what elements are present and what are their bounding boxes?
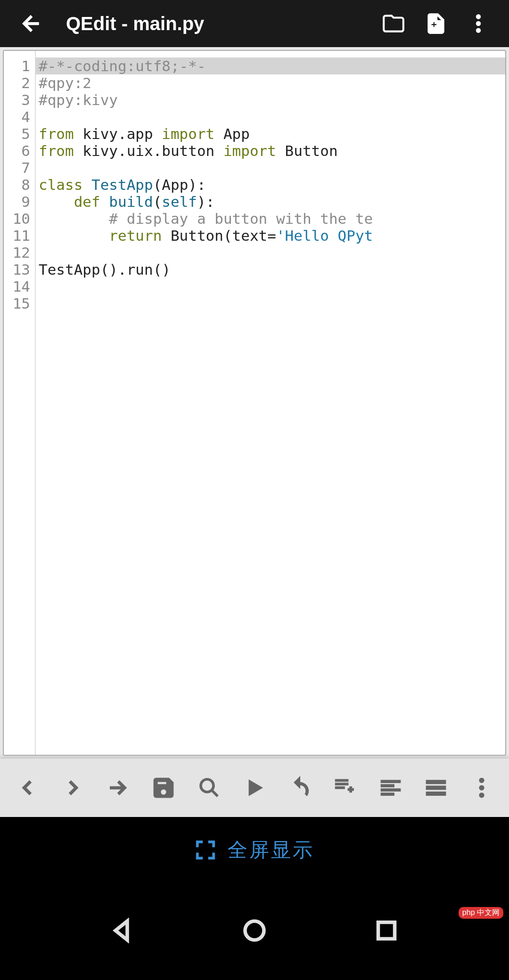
line-number: 7 (4, 159, 35, 176)
line-number: 5 (4, 125, 35, 142)
more-vert-icon (469, 775, 494, 800)
triangle-back-icon (108, 916, 137, 945)
line-number: 3 (4, 91, 35, 108)
svg-point-2 (476, 28, 480, 32)
code-line[interactable]: #qpy:kivy (39, 91, 505, 108)
search-button[interactable] (186, 759, 231, 817)
line-number: 10 (4, 210, 35, 227)
play-icon (242, 775, 267, 800)
line-number: 11 (4, 227, 35, 244)
line-number: 4 (4, 108, 35, 125)
nav-home-button[interactable] (240, 916, 269, 947)
line-number: 2 (4, 74, 35, 91)
app-title: QEdit - main.py (66, 13, 372, 34)
code-line[interactable] (39, 159, 505, 176)
code-line[interactable]: # display a button with the te (39, 210, 505, 227)
more-vert-icon (467, 12, 490, 35)
overflow-menu-button[interactable] (457, 2, 500, 45)
line-number: 8 (4, 176, 35, 193)
fullscreen-label: 全屏显示 (228, 837, 314, 863)
code-line[interactable]: TestApp().run() (39, 261, 505, 278)
circle-home-icon (240, 916, 269, 945)
code-line[interactable]: from kivy.app import App (39, 125, 505, 142)
nav-recent-button[interactable] (372, 916, 401, 947)
app-bar: QEdit - main.py (0, 0, 509, 47)
android-nav-bar (0, 883, 509, 980)
snippet-button[interactable] (323, 759, 368, 817)
fullscreen-icon (195, 839, 216, 861)
line-number: 15 (4, 295, 35, 312)
code-line[interactable]: class TestApp(App): (39, 176, 505, 193)
snippet-icon (333, 775, 358, 800)
line-number: 6 (4, 142, 35, 159)
format-button[interactable] (368, 759, 413, 817)
svg-point-0 (476, 15, 480, 18)
save-icon (151, 775, 176, 800)
code-line[interactable] (39, 278, 505, 295)
next-button[interactable] (50, 759, 95, 817)
more-button[interactable] (459, 759, 504, 817)
indent-button[interactable] (96, 759, 141, 817)
code-line[interactable]: def build(self): (39, 193, 505, 210)
editor-frame: 123456789101112131415 #-*-coding:utf8;-*… (3, 50, 506, 756)
svg-point-3 (201, 779, 213, 792)
line-number: 14 (4, 278, 35, 295)
save-button[interactable] (141, 759, 186, 817)
code-line[interactable]: #-*-coding:utf8;-*- (36, 57, 505, 74)
code-line[interactable] (39, 108, 505, 125)
align-left-icon (378, 775, 403, 800)
svg-point-7 (245, 921, 264, 940)
watermark: php 中文网 (459, 907, 503, 919)
svg-point-6 (479, 793, 484, 797)
editor-toolbar (0, 759, 509, 817)
fullscreen-bar[interactable]: 全屏显示 (0, 817, 509, 883)
undo-button[interactable] (277, 759, 322, 817)
square-recent-icon (372, 916, 401, 945)
line-number: 1 (4, 57, 35, 74)
arrow-left-icon (19, 12, 42, 35)
chevron-left-icon (15, 775, 40, 800)
nav-back-button[interactable] (108, 916, 137, 947)
sliders-icon (423, 775, 449, 800)
code-line[interactable]: #qpy:2 (39, 74, 505, 91)
file-plus-icon (424, 12, 448, 35)
svg-point-1 (476, 22, 480, 25)
code-line[interactable]: return Button(text='Hello QPyt (39, 227, 505, 244)
prev-button[interactable] (5, 759, 50, 817)
back-button[interactable] (9, 2, 52, 45)
open-folder-button[interactable] (372, 2, 415, 45)
line-number: 12 (4, 244, 35, 261)
code-line[interactable] (39, 295, 505, 312)
editor-area: 123456789101112131415 #-*-coding:utf8;-*… (0, 47, 509, 759)
folder-icon (382, 12, 405, 35)
svg-point-4 (479, 778, 484, 783)
arrow-right-icon (106, 775, 131, 800)
search-icon (197, 775, 222, 800)
new-file-button[interactable] (415, 2, 457, 45)
line-number: 13 (4, 261, 35, 278)
svg-point-5 (479, 786, 484, 790)
undo-icon (287, 775, 312, 800)
line-number: 9 (4, 193, 35, 210)
run-button[interactable] (232, 759, 277, 817)
settings-button[interactable] (413, 759, 459, 817)
code-line[interactable]: from kivy.uix.button import Button (39, 142, 505, 159)
chevron-right-icon (60, 775, 86, 800)
code-line[interactable] (39, 244, 505, 261)
line-number-gutter: 123456789101112131415 (4, 51, 36, 755)
code-editor[interactable]: #-*-coding:utf8;-*-#qpy:2#qpy:kivyfrom k… (36, 51, 505, 755)
svg-rect-8 (378, 923, 395, 939)
